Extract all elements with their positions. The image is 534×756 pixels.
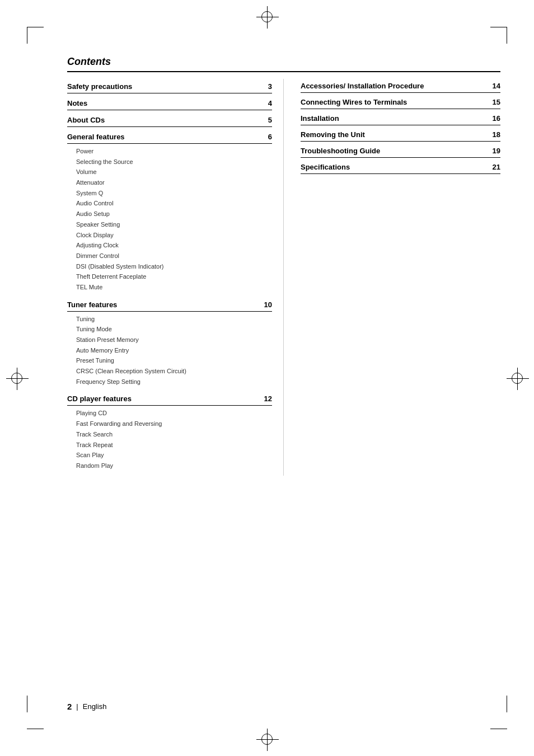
- toc-entry-troubleshooting: Troubleshooting Guide 19: [301, 144, 500, 158]
- page-title: Contents: [67, 56, 500, 72]
- toc-title-tuner: Tuner features: [67, 300, 117, 309]
- toc-sub-station-preset: Station Preset Memory: [76, 335, 272, 345]
- toc-sub-clock-display: Clock Display: [76, 230, 272, 241]
- toc-entry-tuner: Tuner features 10: [67, 297, 272, 312]
- toc-section-safety: Safety precautions 3: [67, 79, 272, 93]
- page-footer: 2 | English: [67, 702, 106, 711]
- crop-mark-tl-h: [27, 27, 44, 27]
- toc-page-connecting-wires: 15: [489, 98, 500, 106]
- toc-columns: Safety precautions 3 Notes 4 About CDs 5: [67, 79, 500, 476]
- toc-sub-source: Selecting the Source: [76, 157, 272, 167]
- toc-sub-power: Power: [76, 146, 272, 157]
- toc-section-connecting-wires: Connecting Wires to Terminals 15: [301, 95, 500, 109]
- toc-sub-crsc: CRSC (Clean Reception System Circuit): [76, 366, 272, 377]
- toc-title-cd: CD player features: [67, 395, 132, 403]
- toc-section-accessories: Accessories/ Installation Procedure 14: [301, 79, 500, 93]
- toc-page-troubleshooting: 19: [489, 147, 500, 155]
- toc-sub-list-cd: Playing CD Fast Forwarding and Reversing…: [67, 408, 272, 471]
- toc-entry-specifications: Specifications 21: [301, 160, 500, 174]
- toc-sub-tuning-mode: Tuning Mode: [76, 324, 272, 335]
- toc-sub-track-repeat: Track Repeat: [76, 440, 272, 450]
- toc-page-notes: 4: [261, 99, 272, 107]
- reg-mark-bottom: [261, 734, 273, 745]
- toc-title-removing: Removing the Unit: [301, 130, 365, 139]
- toc-sub-fast-forward: Fast Forwarding and Reversing: [76, 419, 272, 429]
- toc-sub-preset-tuning: Preset Tuning: [76, 355, 272, 366]
- toc-page-safety: 3: [261, 82, 272, 91]
- toc-sub-scan-play: Scan Play: [76, 450, 272, 461]
- toc-sub-tel-mute: TEL Mute: [76, 282, 272, 293]
- toc-sub-auto-memory: Auto Memory Entry: [76, 345, 272, 356]
- toc-entry-about-cds: About CDs 5: [67, 112, 272, 127]
- toc-page-installation: 16: [489, 114, 500, 123]
- toc-entry-cd: CD player features 12: [67, 391, 272, 406]
- page-language: English: [83, 702, 107, 711]
- toc-sub-audio-control: Audio Control: [76, 198, 272, 209]
- toc-sub-freq-step: Frequency Step Setting: [76, 377, 272, 387]
- toc-left-column: Safety precautions 3 Notes 4 About CDs 5: [67, 79, 284, 476]
- toc-section-notes: Notes 4: [67, 96, 272, 110]
- toc-entry-removing: Removing the Unit 18: [301, 128, 500, 142]
- toc-page-specifications: 21: [489, 163, 500, 171]
- toc-sub-dsi: DSI (Disabled System Indicator): [76, 261, 272, 272]
- toc-section-troubleshooting: Troubleshooting Guide 19: [301, 144, 500, 158]
- toc-sub-tuning: Tuning: [76, 314, 272, 325]
- content-area: Contents Safety precautions 3 Notes 4: [67, 56, 500, 689]
- toc-section-cd: CD player features 12 Playing CD Fast Fo…: [67, 391, 272, 471]
- toc-page-cd: 12: [261, 395, 272, 403]
- toc-sub-adjusting-clock: Adjusting Clock: [76, 240, 272, 251]
- toc-sub-list-general: Power Selecting the Source Volume Attenu…: [67, 146, 272, 293]
- toc-entry-connecting-wires: Connecting Wires to Terminals 15: [301, 95, 500, 109]
- toc-sub-track-search: Track Search: [76, 429, 272, 440]
- page-separator: |: [76, 702, 78, 711]
- toc-page-general: 6: [261, 133, 272, 141]
- page-number: 2: [67, 702, 72, 711]
- toc-section-specifications: Specifications 21: [301, 160, 500, 174]
- toc-page-tuner: 10: [261, 300, 272, 309]
- toc-sub-audio-setup: Audio Setup: [76, 209, 272, 219]
- reg-mark-top: [261, 11, 273, 22]
- toc-title-connecting-wires: Connecting Wires to Terminals: [301, 98, 407, 106]
- toc-right-column: Accessories/ Installation Procedure 14 C…: [284, 79, 500, 476]
- reg-mark-left: [11, 373, 22, 384]
- toc-section-about-cds: About CDs 5: [67, 112, 272, 127]
- crop-mark-tr-h: [490, 27, 507, 27]
- toc-title-about-cds: About CDs: [67, 116, 105, 124]
- toc-title-specifications: Specifications: [301, 163, 350, 171]
- crop-mark-tr-v: [507, 27, 507, 44]
- toc-title-general: General features: [67, 133, 125, 141]
- crop-mark-bl-h: [27, 729, 44, 729]
- page-container: Contents Safety precautions 3 Notes 4: [0, 0, 534, 756]
- toc-page-removing: 18: [489, 130, 500, 139]
- toc-sub-list-tuner: Tuning Tuning Mode Station Preset Memory…: [67, 314, 272, 387]
- toc-title-safety: Safety precautions: [67, 82, 132, 91]
- toc-title-notes: Notes: [67, 99, 87, 107]
- toc-sub-random-play: Random Play: [76, 461, 272, 471]
- toc-section-tuner: Tuner features 10 Tuning Tuning Mode Sta…: [67, 297, 272, 387]
- toc-section-general: General features 6 Power Selecting the S…: [67, 129, 272, 293]
- toc-page-accessories: 14: [489, 82, 500, 90]
- toc-sub-volume: Volume: [76, 167, 272, 177]
- toc-entry-general: General features 6: [67, 129, 272, 144]
- toc-entry-notes: Notes 4: [67, 96, 272, 110]
- toc-title-troubleshooting: Troubleshooting Guide: [301, 147, 380, 155]
- crop-mark-br-v: [507, 696, 507, 712]
- toc-entry-installation: Installation 16: [301, 111, 500, 125]
- toc-sub-attenuator: Attenuator: [76, 177, 272, 188]
- toc-page-about-cds: 5: [261, 116, 272, 124]
- crop-mark-bl-v: [27, 696, 27, 712]
- toc-sub-speaker-setting: Speaker Setting: [76, 219, 272, 230]
- toc-title-accessories: Accessories/ Installation Procedure: [301, 82, 424, 90]
- toc-section-removing: Removing the Unit 18: [301, 128, 500, 142]
- crop-mark-br-h: [490, 729, 507, 729]
- toc-sub-playing-cd: Playing CD: [76, 408, 272, 419]
- toc-sub-theft-deterrent: Theft Deterrent Faceplate: [76, 271, 272, 282]
- crop-mark-tl-v: [27, 27, 27, 44]
- toc-section-installation: Installation 16: [301, 111, 500, 125]
- toc-sub-dimmer-control: Dimmer Control: [76, 251, 272, 261]
- reg-mark-right: [512, 373, 523, 384]
- toc-entry-safety: Safety precautions 3: [67, 79, 272, 93]
- toc-title-installation: Installation: [301, 114, 339, 123]
- toc-entry-accessories: Accessories/ Installation Procedure 14: [301, 79, 500, 93]
- toc-sub-system-q: System Q: [76, 188, 272, 199]
